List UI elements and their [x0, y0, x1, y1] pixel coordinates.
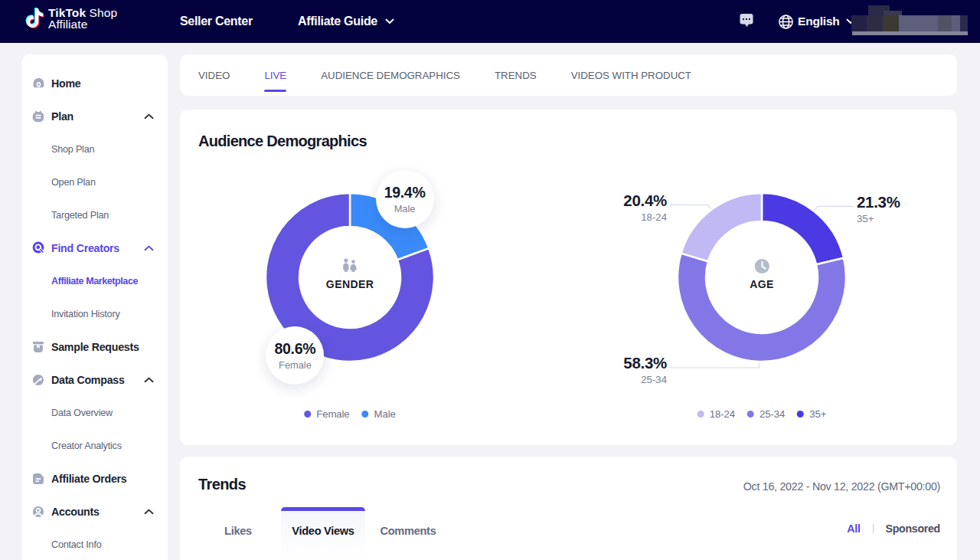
trends-filter-sponsored[interactable]: Sponsored — [886, 522, 940, 535]
badge-percent: 19.4% — [384, 184, 426, 201]
legend-item-18-24[interactable]: 18-24 — [697, 408, 735, 420]
tab-videos-with-product[interactable]: VIDEOS WITH PRODUCT — [571, 54, 691, 96]
sidebar-item-label: Contact Info — [51, 539, 102, 550]
sidebar-item-label: Plan — [51, 110, 74, 123]
plan-icon — [31, 110, 45, 123]
tab-audience-demographics[interactable]: AUDIENCE DEMOGRAPHICS — [321, 54, 460, 96]
globe-icon — [778, 14, 794, 30]
legend-label: 18-24 — [710, 408, 735, 420]
chevron-down-icon — [385, 18, 394, 25]
chevron-up-icon[interactable] — [144, 245, 155, 251]
gender-donut-center: GENDER — [326, 258, 374, 290]
sidebar-item-label: Affiliate Marketplace — [51, 276, 138, 287]
sidebar-item-label: Targeted Plan — [51, 210, 109, 221]
trends-tab-likes[interactable]: Likes — [196, 507, 280, 560]
sidebar-item-creator-analytics[interactable]: Creator Analytics — [21, 429, 168, 462]
trends-title: Trends — [198, 476, 246, 493]
trends-filter-all[interactable]: All — [847, 522, 860, 535]
donut-center-label: AGE — [750, 278, 774, 290]
sidebar-item-label: Open Plan — [51, 177, 96, 188]
tiktok-shop-affiliate-logo[interactable]: TikTok Shop Affiliate — [24, 6, 117, 30]
nav-affiliate-guide[interactable]: Affiliate Guide — [298, 0, 394, 43]
badge-label: Male — [394, 203, 416, 215]
gender-legend: FemaleMale — [298, 408, 402, 420]
logo-wordmark: TikTok Shop Affiliate — [48, 7, 117, 30]
sidebar-item-label: Invitation History — [51, 309, 120, 319]
legend-item-female[interactable]: Female — [304, 408, 349, 420]
label-category: 35+ — [857, 214, 900, 224]
sidebar-item-label: Affiliate Orders — [51, 473, 127, 485]
sidebar-item-find-creators[interactable]: Find Creators — [21, 231, 168, 264]
slice-label-35+: 21.3%35+ — [857, 195, 900, 224]
slice-35+[interactable] — [762, 193, 844, 264]
trends-filters: AllSponsored — [847, 522, 940, 535]
trends-tab-video-views[interactable]: Video Views — [281, 507, 365, 560]
filter-divider — [873, 524, 874, 533]
tab-live[interactable]: LIVE — [264, 54, 286, 96]
legend-dot — [797, 411, 804, 418]
gender-donut-chart — [180, 110, 957, 445]
tab-trends[interactable]: TRENDS — [495, 54, 537, 96]
sidebar-item-contact-info[interactable]: Contact Info — [21, 528, 168, 560]
legend-dot — [747, 411, 754, 418]
data-compass-icon — [31, 373, 45, 387]
sidebar-item-accounts[interactable]: Accounts — [21, 495, 168, 528]
label-percent: 21.3% — [857, 195, 900, 211]
trends-tab-comments[interactable]: Comments — [366, 507, 450, 560]
label-percent: 20.4% — [623, 193, 667, 209]
audience-demographics-card: Audience Demographics GENDER19.4%Male80.… — [180, 110, 957, 445]
trends-tab-bar: LikesVideo ViewsComments — [196, 507, 451, 560]
legend-item-35+[interactable]: 35+ — [797, 408, 826, 420]
sidebar-item-label: Accounts — [51, 506, 100, 518]
slice-label-18-24: 20.4%18-24 — [623, 193, 667, 222]
sidebar-item-label: Find Creators — [51, 242, 119, 254]
sidebar-item-label: Data Overview — [51, 408, 113, 418]
chevron-up-icon[interactable] — [144, 113, 155, 120]
age-legend: 18-2425-3435+ — [691, 408, 833, 420]
slice-female[interactable] — [266, 193, 434, 362]
label-line — [670, 205, 711, 209]
language-selector[interactable]: English — [778, 0, 855, 43]
nav-seller-center[interactable]: Seller Center — [180, 0, 253, 43]
user-profile-redacted[interactable] — [851, 5, 968, 35]
sidebar-item-open-plan[interactable]: Open Plan — [21, 165, 168, 198]
home-icon — [31, 77, 45, 90]
label-line — [814, 206, 854, 211]
age-donut-chart — [180, 110, 957, 445]
badge-percent: 80.6% — [275, 340, 316, 358]
sidebar-item-plan[interactable]: Plan — [21, 100, 168, 133]
sidebar-item-sample-requests[interactable]: Sample Requests — [21, 330, 168, 363]
slice-male[interactable] — [350, 193, 429, 260]
top-header: TikTok Shop Affiliate Seller Center Affi… — [0, 0, 980, 43]
slice-25-34[interactable] — [678, 254, 846, 362]
legend-item-25-34[interactable]: 25-34 — [747, 408, 785, 420]
charts: GENDER19.4%Male80.6%FemaleFemaleMaleAGE2… — [180, 110, 957, 445]
trends-date-range: Oct 16, 2022 - Nov 12, 2022 (GMT+00:00) — [743, 480, 940, 493]
sidebar-item-home[interactable]: Home — [21, 67, 168, 100]
sidebar-item-shop-plan[interactable]: Shop Plan — [21, 133, 168, 165]
legend-label: 25-34 — [760, 408, 785, 420]
sidebar-item-invitation-history[interactable]: Invitation History — [21, 297, 168, 330]
percent-badge-female: 80.6%Female — [266, 326, 324, 385]
chevron-up-icon[interactable] — [144, 509, 155, 515]
legend-label: 35+ — [809, 408, 826, 420]
legend-item-male[interactable]: Male — [362, 408, 396, 420]
legend-dot — [362, 411, 369, 418]
chevron-up-icon[interactable] — [144, 377, 155, 383]
tab-video[interactable]: VIDEO — [198, 54, 230, 96]
legend-dot — [304, 411, 311, 418]
sidebar-item-targeted-plan[interactable]: Targeted Plan — [21, 198, 168, 231]
slice-18-24[interactable] — [681, 193, 762, 261]
legend-dot — [697, 411, 704, 418]
sidebar-item-data-overview[interactable]: Data Overview — [21, 396, 168, 429]
accounts-icon — [31, 505, 45, 519]
sample-requests-icon — [31, 340, 45, 354]
sidebar: HomePlanShop PlanOpen PlanTargeted PlanF… — [21, 54, 168, 560]
donut-center-label: GENDER — [326, 278, 374, 290]
chat-icon[interactable] — [740, 13, 753, 28]
sidebar-item-label: Data Compass — [51, 374, 125, 386]
sidebar-item-affiliate-marketplace[interactable]: Affiliate Marketplace — [21, 264, 168, 297]
sidebar-item-affiliate-orders[interactable]: Affiliate Orders — [21, 462, 168, 495]
sidebar-item-data-compass[interactable]: Data Compass — [21, 363, 168, 396]
label-line — [670, 362, 760, 368]
